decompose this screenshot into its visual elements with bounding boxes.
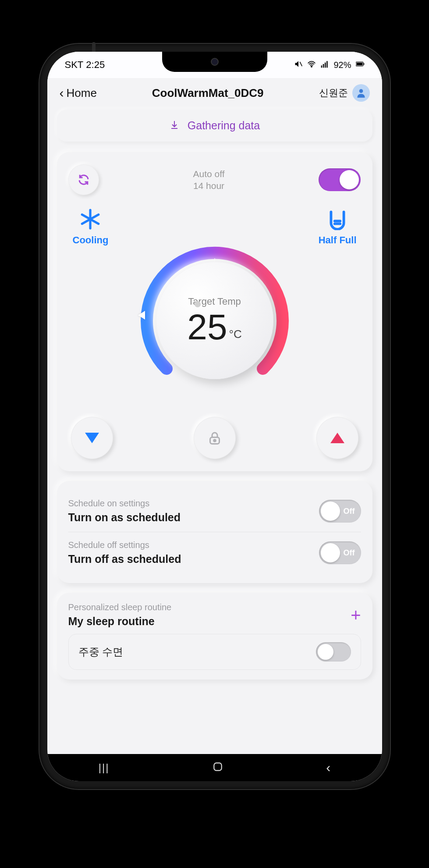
auto-off-label: Auto off 14 hour (193, 168, 224, 192)
routine-item-label: 주중 수면 (78, 645, 124, 659)
mode-cooling-label: Cooling (73, 235, 109, 245)
app-header: ‹ Home CoolWarmMat_0DC9 신원준 (47, 78, 382, 110)
banner-text: Gathering data (188, 119, 260, 132)
temperature-dial[interactable]: Target Temp 25 °C (131, 237, 298, 404)
add-routine-button[interactable]: + (351, 605, 361, 625)
download-icon (169, 120, 180, 132)
clock: 2:25 (86, 59, 105, 71)
battery-pct: 92% (333, 60, 351, 70)
svg-rect-8 (363, 63, 364, 65)
toggle-state-label: Off (344, 507, 355, 516)
triangle-up-icon (330, 433, 344, 443)
routine-card: Personalized sleep routine My sleep rout… (57, 593, 372, 679)
back-button[interactable]: ‹ Home (60, 85, 97, 100)
user-name: 신원준 (319, 86, 348, 100)
android-nav-bar: ||| ‹ (47, 754, 382, 781)
svg-rect-4 (325, 62, 326, 68)
lock-button[interactable] (194, 417, 236, 459)
status-banner[interactable]: Gathering data (57, 110, 372, 142)
svg-point-1 (311, 66, 312, 67)
snowflake-icon (79, 208, 101, 230)
svg-rect-2 (321, 65, 323, 68)
toggle-state-label: Off (344, 548, 355, 558)
refresh-button[interactable] (68, 164, 99, 195)
back-label: Home (67, 86, 97, 100)
water-level[interactable]: Half Full (319, 208, 357, 246)
recents-button[interactable]: ||| (99, 761, 110, 774)
svg-rect-26 (214, 763, 221, 770)
temp-unit: °C (229, 328, 242, 340)
back-button-nav[interactable]: ‹ (326, 760, 330, 775)
svg-rect-7 (356, 62, 362, 65)
schedule-off-toggle[interactable]: Off (319, 541, 361, 564)
temp-down-button[interactable] (71, 417, 113, 459)
triangle-down-icon (85, 433, 99, 443)
schedule-on-caption: Schedule on settings (68, 498, 181, 509)
routine-caption: Personalized sleep routine (68, 602, 172, 612)
chevron-left-icon: ‹ (60, 85, 64, 100)
schedule-card: Schedule on settings Turn on as schedule… (57, 481, 372, 583)
temp-up-button[interactable] (316, 417, 358, 459)
svg-line-0 (300, 62, 302, 66)
schedule-on-toggle[interactable]: Off (319, 500, 361, 523)
svg-rect-5 (327, 61, 328, 68)
dial-pointer-icon (138, 311, 145, 320)
mode-cooling[interactable]: Cooling (73, 208, 109, 246)
svg-point-25 (213, 440, 216, 442)
target-temp-value: 25 (187, 309, 227, 345)
battery-icon (356, 60, 365, 71)
schedule-off-caption: Schedule off settings (68, 540, 181, 550)
water-level-label: Half Full (319, 235, 357, 245)
schedule-off-title: Turn off as scheduled (68, 553, 181, 566)
mute-icon (294, 60, 303, 71)
page-title: CoolWarmMat_0DC9 (97, 86, 319, 100)
carrier-label: SKT (65, 59, 84, 71)
routine-item-toggle[interactable] (316, 642, 351, 662)
schedule-off-setting[interactable]: Schedule off settings Turn off as schedu… (68, 540, 181, 566)
signal-icon (320, 60, 329, 71)
schedule-on-title: Turn on as scheduled (68, 511, 181, 524)
avatar[interactable] (352, 84, 370, 102)
routine-item[interactable]: 주중 수면 (68, 634, 361, 670)
lock-icon (207, 430, 223, 446)
wifi-icon (307, 60, 316, 71)
main-card: Auto off 14 hour Cooling (57, 152, 372, 471)
svg-point-9 (359, 89, 363, 93)
power-toggle[interactable] (319, 168, 361, 191)
home-button[interactable] (212, 761, 223, 774)
svg-rect-3 (323, 64, 324, 68)
water-level-icon (326, 208, 348, 230)
routine-title: My sleep routine (68, 615, 172, 628)
schedule-on-setting[interactable]: Schedule on settings Turn on as schedule… (68, 498, 181, 524)
